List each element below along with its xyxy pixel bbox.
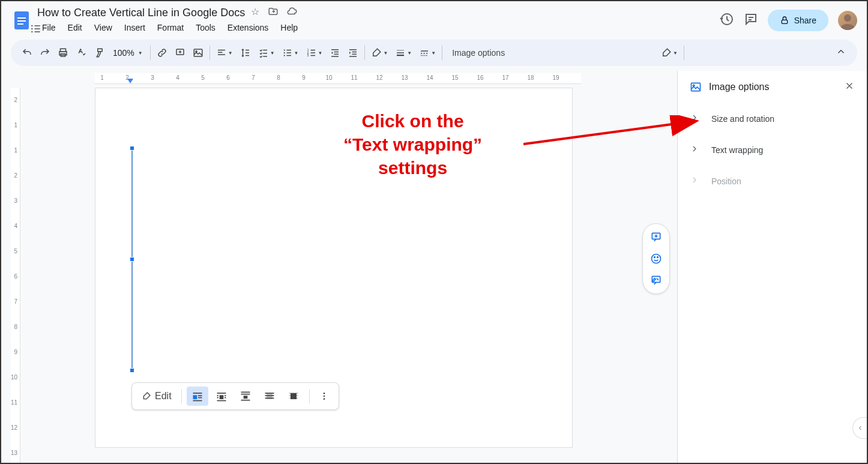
line-spacing-button[interactable] [237,44,255,61]
align-button[interactable]: ▼ [212,44,237,61]
docs-app-icon[interactable] [11,10,32,31]
undo-button[interactable] [18,44,36,61]
svg-rect-49 [35,28,40,29]
svg-point-19 [283,55,285,56]
svg-rect-75 [291,393,297,399]
history-icon[interactable] [720,12,734,29]
svg-rect-35 [397,50,404,51]
svg-point-78 [323,398,325,400]
svg-rect-13 [218,52,223,53]
numbered-list-button[interactable]: 123▼ [303,44,327,61]
menu-view[interactable]: View [89,20,117,35]
editing-mode-button[interactable]: ▼ [657,44,681,61]
increase-indent-button[interactable] [344,44,362,61]
border-dash-button[interactable]: ▼ [415,44,439,61]
spellcheck-button[interactable] [72,44,90,61]
paint-format-button[interactable] [90,44,108,61]
menu-edit[interactable]: Edit [63,20,87,35]
image-icon [690,81,702,93]
cloud-status-icon[interactable] [287,6,298,19]
svg-rect-2 [17,20,26,22]
menu-extensions[interactable]: Extensions [223,20,273,35]
break-text-button[interactable] [235,387,256,406]
svg-point-80 [652,255,661,264]
svg-text:3: 3 [307,53,309,57]
chevron-right-icon [690,175,699,187]
svg-rect-56 [193,400,202,402]
horizontal-ruler: 12345678910111213141516171819 [95,73,581,84]
svg-rect-58 [219,395,223,399]
comments-icon[interactable] [744,12,758,29]
star-icon[interactable]: ☆ [251,6,259,19]
svg-rect-59 [217,395,219,396]
redo-button[interactable] [36,44,54,61]
bulleted-list-button[interactable]: ▼ [279,44,303,61]
svg-rect-28 [334,52,339,53]
svg-rect-37 [397,55,404,56]
svg-rect-12 [218,50,225,51]
insert-link-button[interactable] [153,44,171,61]
chevron-right-icon [690,113,699,125]
share-button[interactable]: Share [768,10,828,31]
print-button[interactable] [54,44,72,61]
svg-rect-32 [352,52,357,53]
collapse-toolbar-button[interactable] [832,43,850,63]
size-rotation-section[interactable]: Size and rotation [678,103,867,134]
svg-rect-62 [225,397,226,399]
image-options-button[interactable]: Image options [445,48,512,58]
menu-format[interactable]: Format [152,20,188,35]
svg-rect-63 [217,400,226,402]
border-weight-button[interactable]: ▼ [391,44,415,61]
svg-rect-29 [334,54,339,55]
wrap-inline-button[interactable] [187,387,208,406]
checklist-button[interactable]: ▼ [255,44,279,61]
svg-rect-53 [193,395,197,399]
svg-rect-31 [349,49,357,50]
selection-handle-top[interactable] [130,146,134,151]
document-title[interactable]: How to Create Vertical Line in Google Do… [37,7,245,19]
svg-rect-27 [331,49,339,50]
outline-button[interactable] [30,23,42,37]
border-color-button[interactable]: ▼ [367,44,391,61]
svg-rect-57 [217,393,226,394]
selection-handle-mid[interactable] [130,257,134,262]
insert-image-button[interactable] [189,44,207,61]
svg-rect-34 [349,56,357,57]
add-comment-button[interactable] [171,44,189,61]
svg-rect-44 [424,55,426,56]
svg-rect-18 [286,52,291,53]
menu-help[interactable]: Help [276,20,303,35]
svg-rect-40 [424,53,425,54]
suggest-edit-button[interactable] [646,271,666,290]
zoom-selector[interactable]: 100%▼ [108,48,148,58]
vertical-line-shape[interactable] [131,148,133,370]
in-front-text-button[interactable] [283,387,304,406]
side-action-buttons [642,223,670,294]
share-label: Share [794,16,816,25]
move-folder-icon[interactable] [268,6,279,19]
add-comment-side-button[interactable] [646,227,666,247]
more-options-button[interactable] [315,388,334,405]
emoji-reaction-button[interactable] [646,249,666,268]
panel-title: Image options [709,82,844,92]
avatar[interactable] [838,11,857,30]
svg-rect-20 [286,55,291,56]
document-page: Edit [95,88,573,448]
text-wrapping-section[interactable]: Text wrapping [678,134,867,166]
decrease-indent-button[interactable] [326,44,344,61]
svg-rect-4 [782,20,787,23]
edit-drawing-button[interactable]: Edit [137,387,176,405]
close-panel-button[interactable] [844,80,855,94]
drawing-floating-toolbar: Edit [131,382,339,410]
menu-insert[interactable]: Insert [119,20,150,35]
svg-point-81 [654,257,656,258]
behind-text-button[interactable] [259,387,280,406]
wrap-text-button[interactable] [211,387,232,406]
svg-point-48 [31,28,33,30]
svg-rect-47 [35,25,40,26]
svg-rect-51 [35,31,40,32]
svg-rect-38 [421,50,428,52]
menu-tools[interactable]: Tools [191,20,220,35]
selection-handle-bottom[interactable] [130,368,134,373]
position-section[interactable]: Position [678,166,867,197]
